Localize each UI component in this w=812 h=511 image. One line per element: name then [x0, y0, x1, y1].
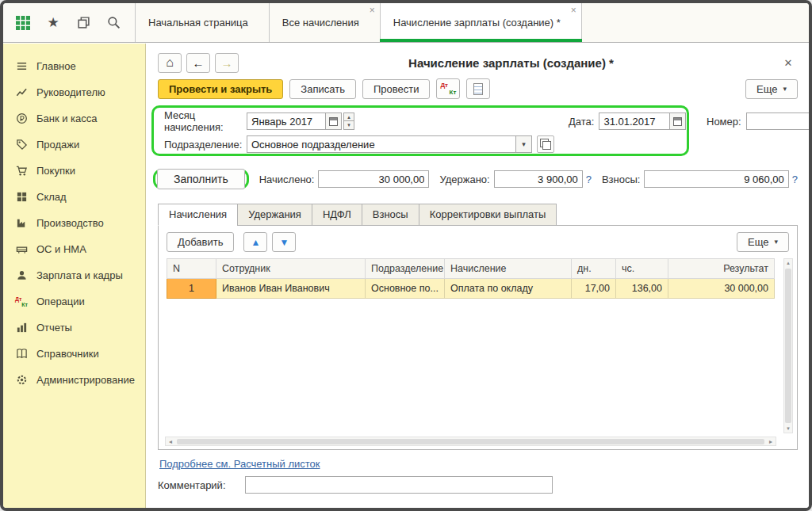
tab-all-accruals[interactable]: Все начисления × [270, 3, 381, 42]
debit-credit-icon: Дт Кт [15, 296, 28, 308]
post-button[interactable]: Провести [362, 79, 431, 99]
withheld-help-link[interactable]: ? [586, 174, 592, 185]
scrollbar-thumb[interactable] [785, 269, 791, 423]
cell-hours[interactable]: 136,00 [616, 279, 668, 299]
open-department-button[interactable] [537, 135, 554, 153]
department-dropdown-button[interactable]: ▾ [516, 135, 532, 153]
horizontal-scrollbar[interactable]: ◂ ▸ [165, 437, 776, 446]
move-row-down-button[interactable]: ▼ [272, 232, 296, 252]
date-input[interactable] [599, 112, 670, 130]
sidebar-item-administrirovanie[interactable]: Администрирование [3, 367, 145, 393]
more-button[interactable]: Еще ▾ [745, 79, 798, 99]
comment-label: Комментарий: [158, 479, 245, 491]
cell-department[interactable]: Основное по... [366, 279, 445, 299]
credit-label: Кт [21, 302, 28, 307]
up-arrow-icon: ▲ [251, 237, 261, 248]
cell-employee[interactable]: Иванов Иван Иванович [216, 279, 366, 299]
month-stepper: ▴ ▾ [343, 112, 354, 130]
sidebar-item-label: Производство [36, 217, 104, 229]
sidebar-item-label: Руководителю [36, 86, 105, 98]
comment-input[interactable] [245, 476, 553, 494]
document-structure-button[interactable] [466, 78, 490, 99]
calendar-button[interactable] [326, 112, 342, 130]
table-more-button[interactable]: Еще ▾ [737, 232, 789, 252]
star-glyph: ★ [47, 16, 59, 29]
contributions-help-link[interactable]: ? [792, 174, 798, 185]
spin-up-icon[interactable]: ▴ [343, 112, 354, 121]
chevron-down-icon: ▾ [522, 140, 526, 148]
home-button[interactable]: ⌂ [158, 53, 182, 73]
close-tab-icon[interactable]: × [571, 6, 576, 15]
save-button[interactable]: Записать [289, 79, 356, 99]
payslip-detail-link[interactable]: Подробнее см. Расчетный листок [159, 458, 320, 470]
table-row[interactable]: 1 Иванов Иван Иванович Основное по... Оп… [167, 279, 775, 299]
tab-label: Начисление зарплаты (создание) * [393, 17, 561, 29]
contributions-label: Взносы: [602, 174, 641, 185]
more-label: Еще [748, 236, 768, 248]
tab-vznosy[interactable]: Взносы [362, 204, 419, 226]
gear-icon [15, 374, 28, 387]
sidebar-item-rukovoditelyu[interactable]: Руководителю [3, 79, 145, 105]
sidebar-item-glavnoe[interactable]: Главное [3, 53, 145, 79]
tab-nachisleniya[interactable]: Начисления [158, 204, 238, 226]
sidebar-item-bank-kassa[interactable]: Банк и касса [3, 105, 145, 132]
department-label: Подразделение: [164, 139, 247, 151]
debit-credit-button[interactable]: Дт Кт [436, 78, 460, 99]
tab-payroll-creation[interactable]: Начисление зарплаты (создание) * × [381, 3, 582, 42]
vertical-scrollbar[interactable]: ▴ ▾ [783, 258, 793, 433]
history-icon[interactable] [75, 14, 92, 32]
scroll-right-icon[interactable]: ▸ [766, 438, 776, 445]
contributions-field[interactable] [644, 170, 788, 188]
col-header-n: N [167, 259, 216, 279]
sidebar-item-os-nma[interactable]: ОС и НМА [3, 236, 145, 262]
ruble-coin-icon [15, 112, 28, 125]
cell-result[interactable]: 30 000,00 [668, 279, 775, 299]
month-input[interactable] [247, 112, 326, 130]
menu-lines-icon [15, 60, 28, 73]
scrollbar-thumb[interactable] [177, 439, 764, 444]
fill-button[interactable]: Заполнить [157, 169, 245, 189]
scroll-down-icon[interactable]: ▾ [787, 425, 790, 433]
back-button[interactable]: ← [186, 53, 210, 73]
tab-ndfl[interactable]: НДФЛ [312, 204, 362, 226]
tab-korrektirovki[interactable]: Корректировки выплаты [419, 204, 557, 226]
move-row-up-button[interactable]: ▲ [243, 232, 267, 252]
form-header: ⌂ ← → Начисление зарплаты (создание) * ✕ [158, 51, 798, 74]
main-menu-grid-icon[interactable] [14, 14, 32, 32]
sidebar-item-spravochniki[interactable]: Справочники [3, 341, 145, 367]
back-arrow-icon: ← [193, 56, 205, 70]
cell-row-number[interactable]: 1 [167, 279, 216, 299]
sidebar-item-proizvodstvo[interactable]: Производство [3, 210, 145, 236]
favorites-star-icon[interactable]: ★ [44, 14, 62, 32]
tab-start-page[interactable]: Начальная страница [136, 3, 270, 42]
tab-uderzhaniya[interactable]: Удержания [237, 204, 312, 226]
page-title: Начисление зарплаты (создание) * [243, 56, 779, 70]
scroll-left-icon[interactable]: ◂ [166, 438, 175, 445]
post-and-close-button[interactable]: Провести и закрыть [158, 79, 283, 99]
calendar-button[interactable] [670, 112, 686, 130]
cell-accrual[interactable]: Оплата по окладу [445, 279, 572, 299]
scroll-up-icon[interactable]: ▴ [787, 259, 790, 267]
sidebar-item-label: Продажи [36, 139, 79, 151]
close-form-button[interactable]: ✕ [779, 57, 798, 69]
close-tab-icon[interactable]: × [370, 6, 375, 15]
department-input[interactable] [247, 135, 516, 153]
search-icon[interactable] [105, 14, 122, 32]
sidebar-item-pokupki[interactable]: Покупки [3, 158, 145, 184]
sidebar-item-sklad[interactable]: Склад [3, 184, 145, 210]
number-input[interactable] [746, 112, 812, 130]
sidebar-item-prodazhi[interactable]: Продажи [3, 132, 145, 158]
tab-label: Начальная страница [148, 17, 248, 29]
sidebar-item-otchety[interactable]: Отчеты [3, 315, 145, 341]
cell-days[interactable]: 17,00 [572, 279, 616, 299]
sidebar-item-operacii[interactable]: Дт Кт Операции [3, 288, 145, 315]
calendar-icon [329, 117, 338, 126]
withheld-field[interactable] [494, 170, 583, 188]
accrued-field[interactable] [318, 170, 429, 188]
forward-button[interactable]: → [215, 53, 239, 73]
add-row-button[interactable]: Добавить [167, 232, 234, 252]
price-tag-icon [15, 139, 28, 151]
spin-down-icon[interactable]: ▾ [343, 121, 354, 130]
form-area: ⌂ ← → Начисление зарплаты (создание) * ✕… [147, 44, 809, 508]
sidebar-item-zarplata-kadry[interactable]: Зарплата и кадры [3, 262, 145, 288]
